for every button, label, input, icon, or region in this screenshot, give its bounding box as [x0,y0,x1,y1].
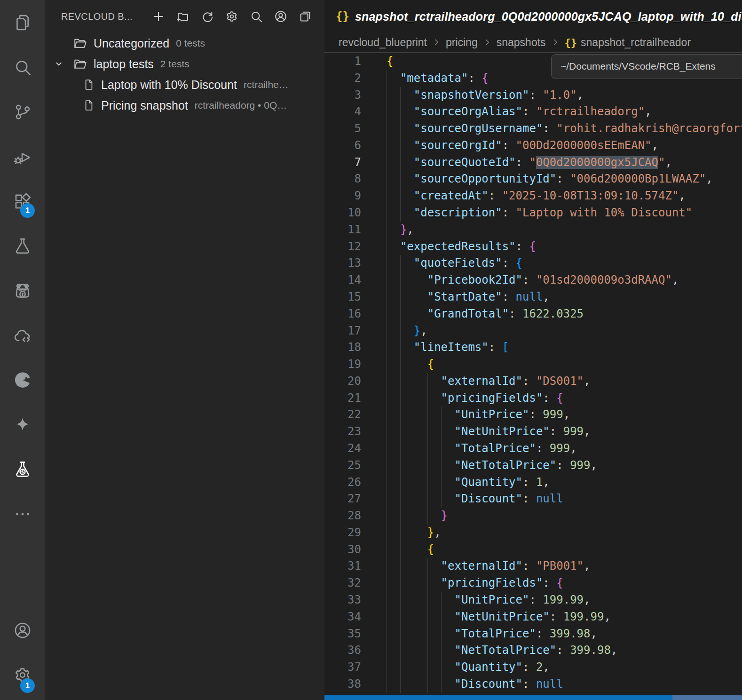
sidebar-action-new-folder[interactable] [175,8,191,24]
breadcrumb-item[interactable]: snapshots [497,36,546,49]
token-p: : [543,391,556,405]
indent-guide [387,457,387,474]
token-p: , [420,324,427,337]
token-k: "StartDate" [427,290,502,303]
tree-item-pricing-snapshot[interactable]: Pricing snapshotrctrailheadorg • 0Q… [45,95,324,116]
token-p: : [489,341,502,354]
code-line[interactable]: 29 }, [324,525,742,541]
code-line[interactable]: 35 "TotalPrice": 399.98, [324,626,742,643]
code-line[interactable]: 15 "StartDate": null, [324,289,742,306]
code-line[interactable]: 10 "description": "Laptop with 10% Disco… [324,205,742,222]
code-line[interactable]: 11 }, [324,222,742,239]
sidebar-action-refresh[interactable] [199,8,215,24]
breadcrumb-item[interactable]: {}snapshot_rctrailheador [565,36,691,49]
activity-item-settings-gear[interactable]: 1 [0,652,45,697]
sidebar-action-search[interactable] [248,8,264,24]
code-line[interactable]: 32 "pricingFields": { [324,575,742,592]
indent-guide [387,255,387,272]
breadcrumb-label: pricing [446,36,478,49]
token-p: , [672,273,679,286]
tree-item-laptop-tests[interactable]: laptop tests2 tests [45,54,324,74]
token-b1: { [387,55,393,68]
activity-item-account[interactable] [0,608,45,652]
line-number: 38 [324,676,361,693]
chevron-down-icon[interactable] [52,57,73,71]
code-editor[interactable]: ~/Documents/VScode/RCB_Extens 1{2 "metad… [324,53,742,700]
activity-item-revenue-flask[interactable]: $ [0,447,45,492]
code-line[interactable]: 36 "NetTotalPrice": 399.98, [324,642,742,659]
code-line[interactable]: 16 "GrandTotal": 1622.0325 [324,306,742,323]
sidebar-action-gear[interactable] [224,8,240,24]
code-line[interactable]: 3 "snapshotVersion": "1.0", [324,87,742,104]
scrollbar-slider[interactable] [672,695,742,700]
token-p: : [522,492,536,505]
activity-item-extensions[interactable]: 1 [0,179,45,223]
tree-item-uncategorized[interactable]: Uncategorized0 tests [45,33,324,54]
code-line[interactable]: 27 "Discount": null [324,491,742,508]
activity-item-more[interactable] [0,492,45,536]
code-line[interactable]: 4 "sourceOrgAlias": "rctrailheadorg", [324,103,742,120]
code-line[interactable]: 37 "Quantity": 2, [324,659,742,676]
code-line[interactable]: 19 { [324,356,742,373]
sidebar-action-pages[interactable] [297,8,313,24]
tree-item-laptop-with-10-discount[interactable]: Laptop with 10% Discountrctrailhe… [45,74,324,95]
token-n: 399.98 [550,627,591,640]
code-line[interactable]: 20 "externalId": "DS001", [324,373,742,390]
indent-guide [400,406,401,423]
activity-item-source-control[interactable] [0,89,45,134]
code-line[interactable]: 23 "NetUnitPrice": 999, [324,423,742,440]
activity-item-mascot-bear[interactable] [0,268,45,313]
code-line-content: }, [387,323,427,340]
code-line[interactable]: 13 "quoteFields": { [324,255,742,272]
indent-guide [387,423,387,440]
code-line[interactable]: 28 } [324,508,742,525]
activity-item-explorer[interactable] [0,0,45,45]
activity-item-pie-chart[interactable] [0,358,45,402]
code-line[interactable]: 24 "TotalPrice": 999, [324,440,742,457]
activity-item-search[interactable] [0,45,45,89]
code-line[interactable]: 18 "lineItems": [ [324,339,742,356]
code-line[interactable]: 9 "createdAt": "2025-10-08T13:09:10.574Z… [324,188,742,205]
token-p: , [570,442,576,455]
code-line[interactable]: 12 "expectedResults": { [324,239,742,255]
activity-item-cloud-code[interactable] [0,313,45,358]
code-line[interactable]: 33 "UnitPrice": 199.99, [324,592,742,609]
code-line[interactable]: 21 "pricingFields": { [324,390,742,407]
code-line[interactable]: 22 "UnitPrice": 999, [324,406,742,423]
code-line[interactable]: 8 "sourceOpportunityId": "006d200000Bp1L… [324,171,742,188]
activity-item-sparkle[interactable] [0,402,45,447]
code-line[interactable]: 26 "Quantity": 1, [324,474,742,491]
breadcrumb-item[interactable]: pricing [446,36,478,49]
breadcrumb-item[interactable]: revcloud_blueprint [339,36,427,49]
activity-item-run-debug[interactable] [0,134,45,179]
token-s: "00Dd2000000sEEmEAN" [516,139,652,152]
tree-item-label: Laptop with 10% Discount [101,78,237,92]
indent-guide [387,171,387,188]
code-line-content: { [387,53,393,70]
sidebar-action-plus[interactable] [150,8,166,24]
token-s: "Laptop with 10% Discount" [516,206,693,219]
tree-item-description: 0 tests [176,38,205,49]
code-line-content: "pricingFields": { [387,575,563,592]
indent-guide [400,87,401,104]
token-n: 2 [536,660,543,674]
editor-tab[interactable]: {} snapshot_rctrailheadorg_0Q0d2000000gx… [324,10,742,24]
code-line[interactable]: 25 "NetTotalPrice": 999, [324,457,742,474]
code-line[interactable]: 30 { [324,541,742,558]
sidebar-action-account[interactable] [273,8,289,24]
code-line[interactable]: 5 "sourceOrgUsername": "rohit.radhakrish… [324,120,742,137]
indent-guide [400,171,401,188]
code-line[interactable]: 34 "NetUnitPrice": 199.99, [324,609,742,626]
code-line-content: "sourceOpportunityId": "006d200000Bp1LWA… [387,171,713,188]
activity-item-beaker[interactable] [0,223,45,268]
code-line[interactable]: 7 "sourceQuoteId": "0Q0d2000000gx5JCAQ", [324,154,742,171]
code-line[interactable]: 38 "Discount": null [324,676,742,693]
code-line[interactable]: 6 "sourceOrgId": "00Dd2000000sEEmEAN", [324,137,742,154]
code-line[interactable]: 31 "externalId": "PB001", [324,558,742,575]
code-line[interactable]: 17 }, [324,323,742,340]
indent-guide [387,406,387,423]
token-p: : [502,256,516,270]
tree-item-description: 2 tests [160,58,189,70]
line-number: 2 [324,70,361,87]
code-line[interactable]: 14 "Pricebook2Id": "01sd2000009o3dRAAQ", [324,272,742,289]
